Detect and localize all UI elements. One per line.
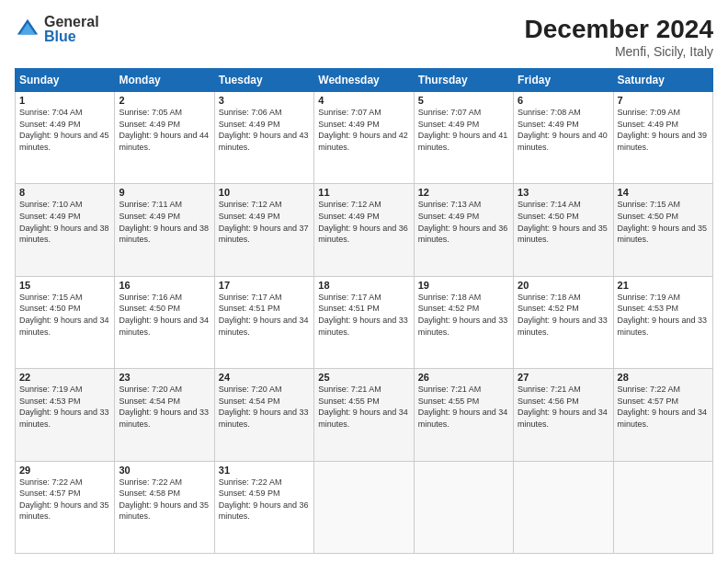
calendar-cell: 18Sunrise: 7:17 AMSunset: 4:51 PMDayligh… — [314, 276, 414, 368]
day-number: 3 — [219, 95, 310, 106]
calendar-cell: 21Sunrise: 7:19 AMSunset: 4:53 PMDayligh… — [613, 276, 712, 368]
month-title: December 2024 — [525, 15, 713, 44]
calendar-cell: 3Sunrise: 7:06 AMSunset: 4:49 PMDaylight… — [214, 92, 313, 184]
calendar-cell: 6Sunrise: 7:08 AMSunset: 4:49 PMDaylight… — [514, 92, 613, 184]
calendar-row: 1Sunrise: 7:04 AMSunset: 4:49 PMDaylight… — [16, 92, 713, 184]
calendar-cell: 11Sunrise: 7:12 AMSunset: 4:49 PMDayligh… — [314, 184, 414, 276]
calendar-cell: 17Sunrise: 7:17 AMSunset: 4:51 PMDayligh… — [214, 276, 313, 368]
day-info: Sunrise: 7:21 AMSunset: 4:55 PMDaylight:… — [418, 385, 508, 429]
calendar-row: 22Sunrise: 7:19 AMSunset: 4:53 PMDayligh… — [16, 369, 713, 461]
calendar-cell: 7Sunrise: 7:09 AMSunset: 4:49 PMDaylight… — [613, 92, 712, 184]
day-info: Sunrise: 7:09 AMSunset: 4:49 PMDaylight:… — [618, 108, 708, 152]
day-number: 24 — [219, 372, 310, 383]
day-number: 4 — [318, 95, 409, 106]
day-info: Sunrise: 7:21 AMSunset: 4:55 PMDaylight:… — [318, 385, 408, 429]
calendar-cell — [414, 461, 513, 553]
logo-general: General — [44, 15, 99, 29]
calendar-cell: 2Sunrise: 7:05 AMSunset: 4:49 PMDaylight… — [115, 92, 214, 184]
calendar-cell: 14Sunrise: 7:15 AMSunset: 4:50 PMDayligh… — [613, 184, 712, 276]
day-number: 16 — [119, 280, 210, 291]
day-number: 8 — [19, 187, 110, 198]
day-info: Sunrise: 7:22 AMSunset: 4:57 PMDaylight:… — [618, 385, 708, 429]
calendar-cell: 25Sunrise: 7:21 AMSunset: 4:55 PMDayligh… — [314, 369, 414, 461]
calendar-row: 8Sunrise: 7:10 AMSunset: 4:49 PMDaylight… — [16, 184, 713, 276]
calendar-cell: 20Sunrise: 7:18 AMSunset: 4:52 PMDayligh… — [514, 276, 613, 368]
day-info: Sunrise: 7:18 AMSunset: 4:52 PMDaylight:… — [518, 293, 608, 337]
calendar-cell: 15Sunrise: 7:15 AMSunset: 4:50 PMDayligh… — [16, 276, 115, 368]
weekday-header-cell: Saturday — [613, 69, 712, 92]
day-number: 17 — [219, 280, 310, 291]
day-number: 14 — [618, 187, 709, 198]
day-number: 28 — [618, 372, 709, 383]
calendar-cell: 10Sunrise: 7:12 AMSunset: 4:49 PMDayligh… — [214, 184, 313, 276]
calendar-cell — [314, 461, 414, 553]
day-number: 5 — [418, 95, 509, 106]
day-info: Sunrise: 7:12 AMSunset: 4:49 PMDaylight:… — [219, 200, 309, 244]
calendar-cell — [613, 461, 712, 553]
weekday-header-cell: Monday — [115, 69, 214, 92]
day-number: 25 — [318, 372, 409, 383]
title-block: December 2024 Menfi, Sicily, Italy — [525, 15, 713, 59]
day-info: Sunrise: 7:22 AMSunset: 4:57 PMDaylight:… — [19, 477, 109, 522]
day-number: 22 — [19, 372, 110, 383]
calendar-cell — [514, 461, 613, 553]
day-number: 9 — [119, 187, 210, 198]
day-number: 12 — [418, 187, 509, 198]
calendar-cell: 24Sunrise: 7:20 AMSunset: 4:54 PMDayligh… — [214, 369, 313, 461]
day-info: Sunrise: 7:22 AMSunset: 4:59 PMDaylight:… — [219, 477, 309, 522]
day-info: Sunrise: 7:10 AMSunset: 4:49 PMDaylight:… — [19, 200, 109, 244]
weekday-header-cell: Sunday — [16, 69, 115, 92]
day-info: Sunrise: 7:07 AMSunset: 4:49 PMDaylight:… — [318, 108, 408, 152]
day-number: 21 — [618, 280, 709, 291]
calendar-cell: 16Sunrise: 7:16 AMSunset: 4:50 PMDayligh… — [115, 276, 214, 368]
calendar-cell: 28Sunrise: 7:22 AMSunset: 4:57 PMDayligh… — [613, 369, 712, 461]
weekday-header-row: SundayMondayTuesdayWednesdayThursdayFrid… — [16, 69, 713, 92]
day-number: 30 — [119, 465, 210, 476]
day-number: 31 — [219, 465, 310, 476]
day-number: 6 — [518, 95, 609, 106]
day-info: Sunrise: 7:21 AMSunset: 4:56 PMDaylight:… — [518, 385, 608, 429]
day-number: 23 — [119, 372, 210, 383]
day-number: 19 — [418, 280, 509, 291]
location: Menfi, Sicily, Italy — [525, 44, 713, 59]
weekday-header-cell: Thursday — [414, 69, 513, 92]
logo: General Blue — [15, 15, 99, 44]
logo-icon — [15, 17, 40, 42]
calendar-cell: 5Sunrise: 7:07 AMSunset: 4:49 PMDaylight… — [414, 92, 513, 184]
day-info: Sunrise: 7:17 AMSunset: 4:51 PMDaylight:… — [219, 293, 309, 337]
day-number: 29 — [19, 465, 110, 476]
day-number: 11 — [318, 187, 409, 198]
calendar-cell: 4Sunrise: 7:07 AMSunset: 4:49 PMDaylight… — [314, 92, 414, 184]
calendar-cell: 8Sunrise: 7:10 AMSunset: 4:49 PMDaylight… — [16, 184, 115, 276]
calendar-cell: 1Sunrise: 7:04 AMSunset: 4:49 PMDaylight… — [16, 92, 115, 184]
day-number: 15 — [19, 280, 110, 291]
day-info: Sunrise: 7:13 AMSunset: 4:49 PMDaylight:… — [418, 200, 508, 244]
day-number: 20 — [518, 280, 609, 291]
day-info: Sunrise: 7:07 AMSunset: 4:49 PMDaylight:… — [418, 108, 508, 152]
weekday-header-cell: Tuesday — [214, 69, 313, 92]
page: General Blue December 2024 Menfi, Sicily… — [0, 0, 728, 563]
calendar-cell: 26Sunrise: 7:21 AMSunset: 4:55 PMDayligh… — [414, 369, 513, 461]
calendar-cell: 12Sunrise: 7:13 AMSunset: 4:49 PMDayligh… — [414, 184, 513, 276]
calendar-cell: 31Sunrise: 7:22 AMSunset: 4:59 PMDayligh… — [214, 461, 313, 553]
calendar-table: SundayMondayTuesdayWednesdayThursdayFrid… — [15, 68, 713, 554]
day-number: 18 — [318, 280, 409, 291]
calendar-cell: 30Sunrise: 7:22 AMSunset: 4:58 PMDayligh… — [115, 461, 214, 553]
day-info: Sunrise: 7:22 AMSunset: 4:58 PMDaylight:… — [119, 477, 209, 522]
day-info: Sunrise: 7:08 AMSunset: 4:49 PMDaylight:… — [518, 108, 608, 152]
calendar-cell: 29Sunrise: 7:22 AMSunset: 4:57 PMDayligh… — [16, 461, 115, 553]
day-info: Sunrise: 7:16 AMSunset: 4:50 PMDaylight:… — [119, 293, 209, 337]
day-info: Sunrise: 7:15 AMSunset: 4:50 PMDaylight:… — [19, 293, 109, 337]
day-info: Sunrise: 7:15 AMSunset: 4:50 PMDaylight:… — [618, 200, 708, 244]
day-info: Sunrise: 7:11 AMSunset: 4:49 PMDaylight:… — [119, 200, 209, 244]
day-info: Sunrise: 7:14 AMSunset: 4:50 PMDaylight:… — [518, 200, 608, 244]
calendar-row: 15Sunrise: 7:15 AMSunset: 4:50 PMDayligh… — [16, 276, 713, 368]
day-info: Sunrise: 7:19 AMSunset: 4:53 PMDaylight:… — [19, 385, 109, 429]
calendar-cell: 27Sunrise: 7:21 AMSunset: 4:56 PMDayligh… — [514, 369, 613, 461]
day-number: 27 — [518, 372, 609, 383]
day-info: Sunrise: 7:05 AMSunset: 4:49 PMDaylight:… — [119, 108, 209, 152]
day-number: 1 — [19, 95, 110, 106]
weekday-header-cell: Wednesday — [314, 69, 414, 92]
day-number: 7 — [618, 95, 709, 106]
day-info: Sunrise: 7:04 AMSunset: 4:49 PMDaylight:… — [19, 108, 109, 152]
